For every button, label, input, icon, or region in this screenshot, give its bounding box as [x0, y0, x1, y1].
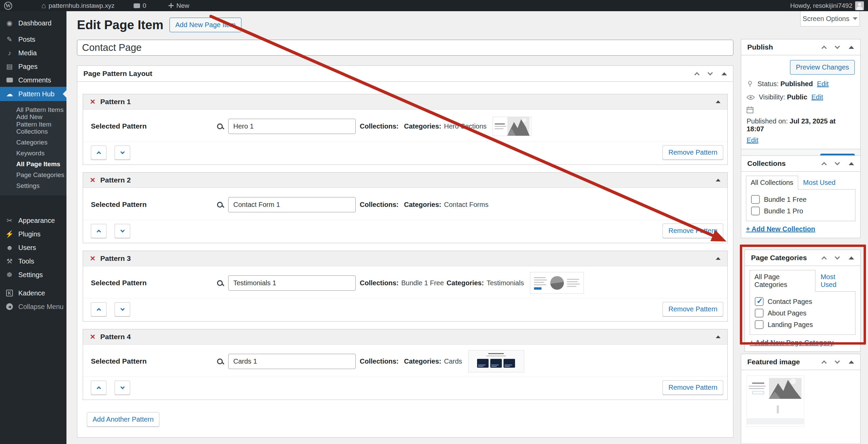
pattern-search-input[interactable] [228, 275, 356, 291]
sidebar-item-add-new-pattern-item[interactable]: Add New Pattern Item [0, 115, 66, 126]
sidebar-item-users[interactable]: Users [0, 241, 66, 254]
close-icon[interactable] [90, 176, 96, 184]
pattern-search-input[interactable] [228, 197, 356, 212]
sidebar-item-appearance[interactable]: Appearance [0, 214, 66, 227]
sidebar-item-collapse-menu[interactable]: Collapse Menu [0, 300, 66, 313]
screen-options-tab[interactable]: Screen Options [800, 11, 860, 26]
checkbox-bundle-1-pro[interactable] [751, 207, 760, 215]
toggle-section-icon[interactable] [716, 179, 721, 181]
move-pattern-up-button[interactable] [91, 146, 106, 160]
checkbox-contact-pages[interactable] [755, 297, 764, 306]
move-pattern-up-button[interactable] [91, 381, 106, 395]
move-up-icon[interactable] [822, 256, 827, 262]
sidebar-item-categories[interactable]: Categories [0, 137, 66, 148]
remove-pattern-button[interactable]: Remove Pattern [663, 145, 723, 160]
comments-adminbar-link[interactable]: 0 [134, 2, 146, 9]
metabox-header[interactable]: Collections [741, 156, 860, 172]
add-new-page-item-button[interactable]: Add New Page Item [170, 18, 241, 32]
pattern-header[interactable]: Pattern 1 [83, 94, 727, 110]
pattern-search-input[interactable] [228, 354, 356, 369]
edit-published-date-link[interactable]: Edit [747, 136, 758, 144]
collections-list: Bundle 1 Free Bundle 1 Pro [746, 189, 855, 221]
search-icon [217, 202, 223, 208]
preview-changes-button[interactable]: Preview Changes [790, 60, 855, 75]
toggle-section-icon[interactable] [716, 335, 721, 338]
checkbox-bundle-1-free[interactable] [751, 195, 760, 204]
close-icon[interactable] [90, 98, 96, 106]
sidebar-item-comments[interactable]: Comments [0, 73, 66, 87]
sidebar-item-kadence[interactable]: Kadence [0, 286, 66, 300]
remove-pattern-button[interactable]: Remove Pattern [663, 224, 723, 238]
checkbox-about-pages[interactable] [755, 309, 764, 317]
move-pattern-down-button[interactable] [115, 224, 130, 238]
metabox-header[interactable]: Featured image [741, 354, 860, 370]
move-down-icon[interactable] [835, 160, 840, 165]
metabox-header[interactable]: Page Categories [745, 250, 860, 266]
close-icon[interactable] [90, 254, 96, 263]
add-new-page-category-link[interactable]: + Add New Page Category [750, 339, 834, 347]
pattern-section-3: Pattern 3 Selected Pattern Collections: … [83, 251, 728, 322]
sidebar-item-page-categories[interactable]: Page Categories [0, 170, 66, 180]
move-up-icon[interactable] [822, 360, 827, 366]
sidebar-item-tools[interactable]: Tools [0, 254, 66, 268]
tab-most-used[interactable]: Most Used [816, 270, 855, 292]
pattern-header[interactable]: Pattern 4 [83, 329, 727, 345]
move-up-icon[interactable] [694, 72, 700, 77]
sidebar-item-pages[interactable]: Pages [0, 60, 66, 73]
edit-status-link[interactable]: Edit [817, 80, 828, 88]
remove-pattern-button[interactable]: Remove Pattern [663, 302, 723, 316]
move-pattern-down-button[interactable] [115, 381, 130, 395]
sidebar-item-dashboard[interactable]: Dashboard [0, 16, 66, 30]
sidebar-item-posts[interactable]: Posts [0, 33, 66, 46]
remove-pattern-button[interactable]: Remove Pattern [663, 380, 723, 395]
metabox-header[interactable]: Page Pattern Layout [77, 66, 733, 82]
add-new-collection-link[interactable]: + Add New Collection [746, 225, 815, 233]
pattern-meta: Collections: Bundle 1 Free Categories: T… [360, 279, 524, 287]
pin-icon [747, 81, 753, 88]
sidebar-item-all-page-items[interactable]: All Page Items [0, 159, 66, 170]
sidebar-item-settings[interactable]: Settings [0, 268, 66, 282]
toggle-panel-icon[interactable] [849, 162, 854, 165]
toggle-section-icon[interactable] [716, 257, 721, 260]
edit-visibility-link[interactable]: Edit [811, 93, 823, 101]
metabox-header[interactable]: Publish [741, 39, 860, 55]
sidebar-item-plugins[interactable]: Plugins [0, 227, 66, 241]
post-title-input[interactable] [77, 40, 733, 56]
toggle-panel-icon[interactable] [722, 72, 727, 75]
account-menu[interactable]: Howdy, resokijini7492 [790, 1, 864, 10]
plus-icon [169, 3, 174, 8]
move-down-icon[interactable] [835, 254, 840, 259]
toggle-panel-icon[interactable] [849, 46, 854, 49]
move-down-icon[interactable] [835, 358, 840, 364]
move-up-icon[interactable] [822, 162, 827, 167]
featured-image-thumbnail[interactable] [747, 375, 804, 427]
toggle-section-icon[interactable] [716, 100, 721, 103]
tab-all-page-categories[interactable]: All Page Categories [750, 270, 815, 292]
move-pattern-up-button[interactable] [91, 224, 106, 238]
close-icon[interactable] [90, 333, 96, 341]
toggle-panel-icon[interactable] [849, 256, 854, 259]
move-down-icon[interactable] [835, 43, 840, 49]
new-content-link[interactable]: New [169, 2, 189, 9]
sidebar-item-media[interactable]: Media [0, 46, 66, 60]
tab-all-collections[interactable]: All Collections [746, 176, 798, 190]
featured-image-metabox: Featured image [741, 354, 861, 444]
sidebar-item-keywords[interactable]: Keywords [0, 148, 66, 159]
pattern-search-input[interactable] [228, 119, 356, 134]
sidebar-item-settings-submenu[interactable]: Settings [0, 180, 66, 191]
add-another-pattern-button[interactable]: Add Another Pattern [87, 412, 159, 427]
tab-most-used[interactable]: Most Used [799, 176, 840, 190]
move-pattern-up-button[interactable] [91, 302, 106, 316]
move-pattern-down-button[interactable] [115, 302, 130, 316]
move-down-icon[interactable] [708, 70, 713, 75]
pattern-header[interactable]: Pattern 3 [83, 251, 727, 266]
page-pattern-layout-metabox: Page Pattern Layout Pattern 1 Selected P… [77, 65, 733, 438]
pattern-header[interactable]: Pattern 2 [83, 173, 727, 188]
site-name-link[interactable]: patternhub.instawp.xyz [41, 1, 115, 10]
toggle-panel-icon[interactable] [849, 361, 854, 364]
wordpress-logo-icon[interactable] [4, 2, 12, 10]
sidebar-item-pattern-hub[interactable]: Pattern Hub [0, 87, 66, 101]
move-pattern-down-button[interactable] [115, 146, 130, 160]
checkbox-landing-pages[interactable] [755, 320, 764, 329]
move-up-icon[interactable] [822, 45, 827, 51]
